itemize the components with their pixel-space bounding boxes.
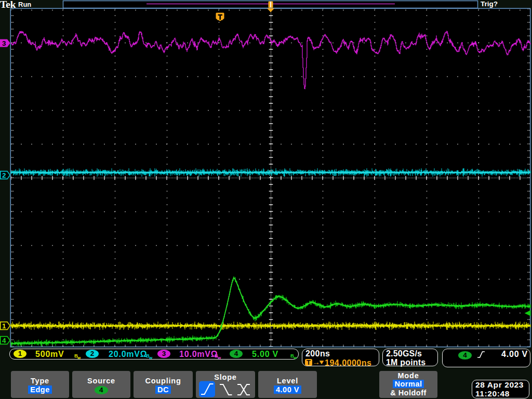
svg-text:3: 3: [2, 39, 6, 47]
svg-text:1: 1: [2, 322, 6, 330]
svg-text:2: 2: [2, 171, 6, 179]
svg-text:4: 4: [2, 337, 6, 344]
